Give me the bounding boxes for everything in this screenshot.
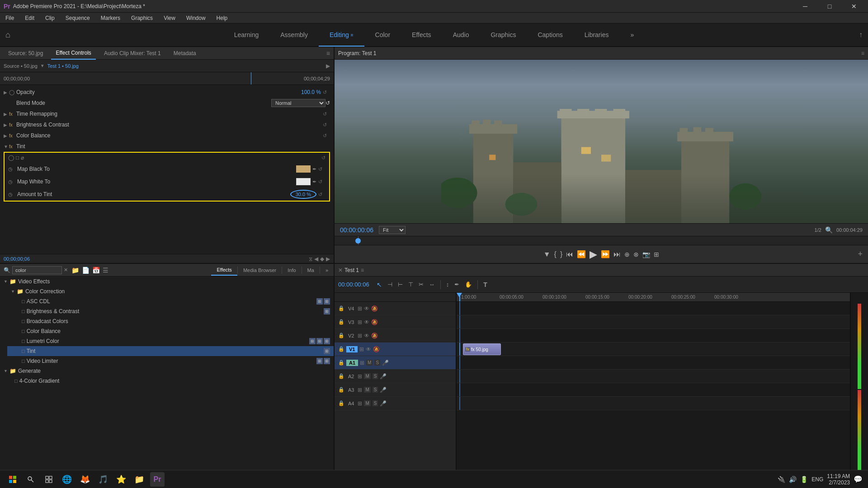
- a2-sync[interactable]: ⊞: [358, 373, 362, 380]
- text-tool[interactable]: T: [481, 279, 489, 290]
- selection-tool[interactable]: ↖: [375, 279, 384, 290]
- map-black-clock[interactable]: ◷: [8, 166, 15, 172]
- clip-label[interactable]: Test 1 • 50.jpg: [47, 63, 79, 69]
- firefox-button[interactable]: 🎵: [96, 472, 110, 487]
- v3-eye[interactable]: 👁: [364, 319, 369, 325]
- sequence-name[interactable]: Test 1: [344, 267, 359, 273]
- ec-next-keyframe[interactable]: ▶: [326, 256, 330, 262]
- ec-filter-icon[interactable]: ⧖: [309, 256, 312, 262]
- a3-label[interactable]: A3: [346, 387, 356, 393]
- export-frame[interactable]: 📷: [641, 249, 652, 260]
- nav-captions[interactable]: Captions: [527, 23, 573, 47]
- overwrite-button[interactable]: ⊗: [632, 249, 641, 260]
- menu-view[interactable]: View: [162, 14, 177, 22]
- time-remapping-row[interactable]: ▶ fx Time Remapping ↺: [0, 108, 334, 119]
- close-seq-icon[interactable]: ✕: [338, 267, 343, 273]
- menu-graphics[interactable]: Graphics: [129, 14, 155, 22]
- map-black-swatch[interactable]: [296, 165, 311, 173]
- tint-header-row[interactable]: ▼ fx Tint: [0, 141, 334, 152]
- amount-value[interactable]: 30.0 %: [290, 190, 316, 199]
- map-white-reset[interactable]: ↺: [318, 179, 326, 185]
- video-effects-header[interactable]: ▼ 📁 Video Effects: [0, 277, 334, 286]
- effect-broadcast-colors[interactable]: □ Broadcast Colors: [7, 316, 334, 326]
- a4-mute[interactable]: M: [364, 400, 370, 406]
- timeline-timecode[interactable]: 00:00:00:06: [338, 281, 369, 288]
- panel-menu-icon[interactable]: ≡: [326, 50, 330, 57]
- rolling-edit-tool[interactable]: ⊢: [396, 279, 405, 290]
- nav-color[interactable]: Color: [364, 23, 401, 47]
- track-select-tool[interactable]: ↕: [444, 279, 451, 290]
- new-folder-icon[interactable]: 📁: [71, 267, 79, 274]
- source-dropdown-icon[interactable]: ▼: [40, 63, 45, 68]
- tab-ma[interactable]: Ma: [302, 265, 320, 276]
- opacity-toggle[interactable]: ▶: [4, 90, 9, 95]
- color-correction-header[interactable]: ▼ 📁 Color Correction: [7, 286, 334, 296]
- explorer-button[interactable]: 📁: [132, 472, 146, 487]
- minimize-button[interactable]: ─: [795, 0, 816, 13]
- a2-mic[interactable]: 🎤: [380, 373, 387, 380]
- maximize-button[interactable]: □: [819, 0, 840, 13]
- map-black-reset[interactable]: ↺: [318, 166, 326, 172]
- play-button[interactable]: ▶: [588, 247, 599, 262]
- v4-label[interactable]: V4: [346, 305, 356, 312]
- effect-lumetri-color[interactable]: □ Lumetri Color ⊞ ⊞ ⊞: [7, 336, 334, 346]
- marker-button[interactable]: ▼: [542, 249, 552, 260]
- a2-solo[interactable]: S: [373, 373, 378, 379]
- a3-solo[interactable]: S: [373, 387, 378, 393]
- time-remap-toggle[interactable]: ▶: [4, 112, 9, 117]
- ripple-edit-tool[interactable]: ⊣: [386, 279, 394, 290]
- nav-learning[interactable]: Learning: [223, 23, 270, 47]
- a4-sync[interactable]: ⊞: [358, 400, 362, 407]
- audio-clip-mixer-tab[interactable]: Audio Clip Mixer: Test 1: [99, 47, 165, 60]
- nav-graphics[interactable]: Graphics: [480, 23, 527, 47]
- metadata-tab[interactable]: Metadata: [169, 47, 201, 60]
- tab-overflow[interactable]: »: [320, 265, 334, 276]
- edge-button[interactable]: 🦊: [78, 472, 92, 487]
- a2-lock[interactable]: 🔒: [338, 373, 344, 379]
- v1-eye[interactable]: 👁: [366, 346, 371, 352]
- nav-overflow[interactable]: »: [619, 23, 645, 47]
- nav-audio[interactable]: Audio: [442, 23, 480, 47]
- fit-select[interactable]: Fit 25% 50% 75% 100%: [379, 226, 406, 234]
- v4-mute[interactable]: 🔕: [371, 305, 378, 312]
- monitor-timecode-display[interactable]: 00:00:00:06: [340, 226, 373, 234]
- generate-header[interactable]: ▼ 📁 Generate: [0, 366, 334, 376]
- menu-edit[interactable]: Edit: [23, 14, 36, 22]
- chrome-button[interactable]: 🌐: [60, 472, 74, 487]
- list-icon[interactable]: ☰: [103, 267, 108, 274]
- a1-label[interactable]: A1: [346, 360, 358, 366]
- source-monitor-tab[interactable]: Source: 50.jpg: [4, 47, 47, 60]
- a4-solo[interactable]: S: [373, 400, 378, 406]
- map-white-swatch[interactable]: [296, 178, 311, 185]
- a2-mute[interactable]: M: [364, 373, 370, 379]
- v2-lock[interactable]: 🔒: [338, 333, 344, 338]
- notification-icon[interactable]: 💬: [854, 475, 863, 483]
- v4-lock[interactable]: 🔒: [338, 305, 344, 311]
- opacity-value[interactable]: 100.0 %: [294, 89, 321, 95]
- v2-label[interactable]: V2: [346, 333, 356, 339]
- a3-sync[interactable]: ⊞: [358, 387, 362, 393]
- ec-prev-keyframe[interactable]: ◀: [314, 256, 318, 262]
- v3-sync[interactable]: ⊞: [358, 319, 362, 325]
- v2-eye[interactable]: 👁: [364, 333, 369, 339]
- tab-info[interactable]: Info: [282, 265, 301, 276]
- calendar-icon[interactable]: 📅: [92, 267, 100, 274]
- opacity-row[interactable]: ▶ ◯ Opacity 100.0 % ↺: [0, 87, 334, 98]
- brightness-row[interactable]: ▶ fx Brightness & Contrast ↺: [0, 119, 334, 130]
- menu-file[interactable]: File: [4, 14, 16, 22]
- menu-clip[interactable]: Clip: [43, 14, 57, 22]
- ec-play-button[interactable]: ▶: [326, 63, 330, 69]
- brightness-toggle[interactable]: ▶: [4, 122, 9, 127]
- map-white-eyedrop[interactable]: ✒: [312, 179, 316, 185]
- blend-reset[interactable]: ↺: [326, 100, 330, 106]
- slip-tool[interactable]: ↔: [427, 279, 437, 290]
- time-remap-reset[interactable]: ↺: [323, 111, 330, 117]
- tab-media-browser[interactable]: Media Browser: [238, 265, 282, 276]
- effect-asc-cdl[interactable]: □ ASC CDL ⊞ ⊞: [7, 296, 334, 306]
- a1-mute[interactable]: M: [366, 360, 373, 366]
- v4-sync[interactable]: ⊞: [358, 305, 362, 312]
- monitor-zoom-icon[interactable]: 🔍: [825, 226, 833, 234]
- color-balance-row[interactable]: ▶ fx Color Balance ↺: [0, 130, 334, 141]
- v1-label[interactable]: V1: [346, 346, 358, 352]
- new-item-icon[interactable]: 📄: [82, 267, 90, 274]
